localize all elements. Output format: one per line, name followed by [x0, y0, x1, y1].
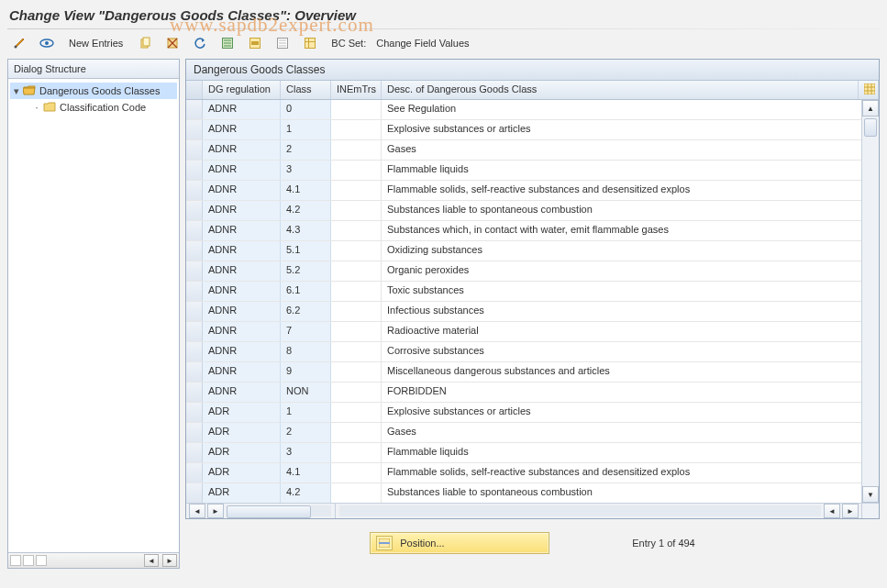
tree-scroll-right-icon[interactable]: ► — [162, 554, 177, 567]
cell-regulation[interactable]: ADNR — [203, 302, 281, 321]
cell-class[interactable]: 7 — [281, 322, 331, 341]
hscroll-thumb-1[interactable] — [227, 505, 311, 518]
tree-footer-icons[interactable] — [10, 555, 47, 566]
cell-inemtrs[interactable] — [331, 383, 382, 402]
cell-inemtrs[interactable] — [331, 221, 382, 240]
cell-regulation[interactable]: ADR — [203, 403, 281, 422]
cell-class[interactable]: 3 — [281, 443, 331, 462]
cell-class[interactable]: 1 — [281, 120, 331, 139]
row-selector[interactable] — [186, 443, 203, 462]
row-selector[interactable] — [186, 342, 203, 361]
table-row[interactable]: ADNR9Miscellaneous dangerous substances … — [186, 362, 861, 383]
new-entries-button[interactable]: New Entries — [62, 33, 129, 53]
tree-item-classification-code[interactable]: · Classification Code — [10, 99, 177, 116]
cell-inemtrs[interactable] — [331, 140, 382, 160]
cell-regulation[interactable]: ADNR — [203, 383, 281, 402]
cell-inemtrs[interactable] — [331, 322, 382, 341]
cell-desc[interactable]: Gases — [382, 423, 861, 442]
col-header-regulation[interactable]: DG regulation — [203, 81, 281, 99]
cell-regulation[interactable]: ADNR — [203, 201, 281, 220]
cell-inemtrs[interactable] — [331, 463, 382, 483]
cell-regulation[interactable]: ADNR — [203, 120, 281, 139]
cell-inemtrs[interactable] — [331, 161, 382, 180]
table-row[interactable]: ADNR4.2Substances liable to spontaneous … — [186, 201, 861, 221]
copy-as-icon[interactable] — [133, 33, 157, 53]
row-selector[interactable] — [186, 181, 203, 200]
cell-inemtrs[interactable] — [331, 282, 382, 301]
select-block-icon[interactable] — [243, 33, 267, 53]
cell-desc[interactable]: Corrosive substances — [382, 342, 861, 361]
cell-regulation[interactable]: ADR — [203, 443, 281, 462]
cell-desc[interactable]: Flammable liquids — [382, 161, 861, 180]
cell-regulation[interactable]: ADNR — [203, 221, 281, 240]
cell-inemtrs[interactable] — [331, 302, 382, 321]
cell-class[interactable]: 4.2 — [281, 201, 331, 220]
row-selector[interactable] — [186, 463, 203, 483]
cell-inemtrs[interactable] — [331, 443, 382, 462]
table-row[interactable]: ADNR4.3Substances which, in contact with… — [186, 221, 861, 241]
cell-class[interactable]: 6.2 — [281, 302, 331, 321]
select-all-icon[interactable] — [216, 33, 239, 53]
scroll-thumb[interactable] — [864, 118, 877, 137]
cell-regulation[interactable]: ADNR — [203, 342, 281, 361]
row-selector[interactable] — [186, 362, 203, 382]
cell-class[interactable]: 4.2 — [281, 483, 331, 503]
cell-regulation[interactable]: ADNR — [203, 362, 281, 382]
cell-regulation[interactable]: ADNR — [203, 241, 281, 261]
scroll-up-icon[interactable]: ▲ — [862, 100, 879, 116]
cell-desc[interactable]: Flammable solids, self-reactive substanc… — [382, 463, 861, 483]
table-row[interactable]: ADNRNONFORBIDDEN — [186, 383, 861, 403]
row-selector[interactable] — [186, 161, 203, 180]
cell-class[interactable]: 4.1 — [281, 463, 331, 483]
cell-inemtrs[interactable] — [331, 120, 382, 139]
cell-desc[interactable]: Flammable liquids — [382, 443, 861, 462]
row-selector[interactable] — [186, 423, 203, 442]
table-row[interactable]: ADR3Flammable liquids — [186, 443, 861, 463]
cell-class[interactable]: 3 — [281, 161, 331, 180]
other-view-icon[interactable] — [35, 33, 59, 53]
table-row[interactable]: ADNR2Gases — [186, 140, 861, 161]
hscroll-left-1-icon[interactable]: ◄ — [189, 504, 205, 518]
cell-desc[interactable]: Explosive substances or articles — [382, 403, 861, 422]
cell-inemtrs[interactable] — [331, 342, 382, 361]
cell-desc[interactable]: Infectious substances — [382, 302, 861, 321]
row-selector[interactable] — [186, 100, 203, 119]
delete-icon[interactable] — [161, 33, 184, 53]
toggle-display-change-icon[interactable] — [7, 33, 31, 53]
col-header-inemtrs[interactable]: INEmTrs — [331, 81, 382, 99]
cell-class[interactable]: 1 — [281, 403, 331, 422]
cell-desc[interactable]: Explosive substances or articles — [382, 120, 861, 139]
grid-settings-icon[interactable] — [859, 81, 879, 99]
col-select-all[interactable] — [186, 81, 203, 99]
row-selector[interactable] — [186, 483, 203, 503]
cell-regulation[interactable]: ADR — [203, 463, 281, 483]
cell-regulation[interactable]: ADNR — [203, 161, 281, 180]
cell-class[interactable]: 2 — [281, 140, 331, 160]
table-row[interactable]: ADNR7Radioactive material — [186, 322, 861, 342]
table-row[interactable]: ADNR8Corrosive substances — [186, 342, 861, 362]
cell-class[interactable]: 2 — [281, 423, 331, 442]
hscroll-right-1-icon[interactable]: ► — [207, 504, 224, 518]
tree-item-dangerous-goods-classes[interactable]: ▾ Dangerous Goods Classes — [10, 83, 177, 99]
cell-class[interactable]: 4.1 — [281, 181, 331, 200]
table-row[interactable]: ADNR6.1Toxic substances — [186, 282, 861, 302]
table-row[interactable]: ADNR5.1Oxidizing substances — [186, 241, 861, 261]
cell-desc[interactable]: Miscellaneous dangerous substances and a… — [382, 362, 861, 382]
config-table-icon[interactable] — [298, 33, 322, 53]
table-row[interactable]: ADNR6.2Infectious substances — [186, 302, 861, 322]
cell-regulation[interactable]: ADNR — [203, 100, 281, 119]
scroll-down-icon[interactable]: ▼ — [862, 486, 879, 503]
cell-class[interactable]: 9 — [281, 362, 331, 382]
cell-inemtrs[interactable] — [331, 181, 382, 200]
cell-class[interactable]: 5.1 — [281, 241, 331, 261]
cell-inemtrs[interactable] — [331, 241, 382, 261]
cell-regulation[interactable]: ADR — [203, 483, 281, 503]
table-row[interactable]: ADNR0See Regulation — [186, 100, 861, 120]
cell-desc[interactable]: See Regulation — [382, 100, 861, 119]
col-header-class[interactable]: Class — [281, 81, 331, 99]
cell-regulation[interactable]: ADR — [203, 423, 281, 442]
deselect-all-icon[interactable] — [271, 33, 294, 53]
row-selector[interactable] — [186, 282, 203, 301]
table-row[interactable]: ADNR3Flammable liquids — [186, 161, 861, 181]
cell-regulation[interactable]: ADNR — [203, 140, 281, 160]
